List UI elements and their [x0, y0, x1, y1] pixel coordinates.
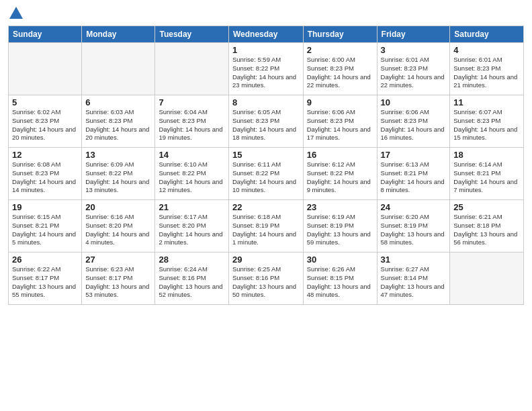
day-info-line: Sunset: 8:18 PM — [453, 222, 520, 230]
day-info-line: Sunrise: 6:06 AM — [307, 108, 373, 117]
day-info-line: Daylight: 14 hours and 13 minutes. — [85, 178, 151, 195]
day-info-line: Sunset: 8:22 PM — [232, 169, 300, 178]
calendar-cell: 17Sunrise: 6:13 AMSunset: 8:21 PMDayligh… — [377, 148, 450, 200]
day-info-line: Sunrise: 6:09 AM — [85, 161, 151, 169]
calendar-cell: 24Sunrise: 6:20 AMSunset: 8:19 PMDayligh… — [377, 200, 450, 253]
day-info-line: Sunset: 8:23 PM — [307, 117, 373, 126]
day-info-line: Sunrise: 6:07 AM — [453, 108, 520, 117]
day-info-line: Sunrise: 6:15 AM — [12, 213, 78, 222]
calendar-cell: 8Sunrise: 6:05 AMSunset: 8:23 PMDaylight… — [228, 95, 303, 148]
day-info-line: Sunrise: 6:03 AM — [85, 108, 151, 117]
day-info-line: Sunset: 8:22 PM — [232, 64, 300, 73]
calendar-cell: 4Sunrise: 6:01 AMSunset: 8:23 PMDaylight… — [450, 43, 524, 95]
calendar-header-monday: Monday — [82, 26, 155, 43]
day-info-line: Sunset: 8:17 PM — [85, 274, 151, 283]
day-info-line: Daylight: 13 hours and 50 minutes. — [232, 283, 300, 300]
calendar-cell: 15Sunrise: 6:11 AMSunset: 8:22 PMDayligh… — [228, 148, 303, 200]
day-info-line: Daylight: 14 hours and 7 minutes. — [453, 178, 520, 195]
day-info-line: Sunset: 8:23 PM — [159, 117, 224, 126]
calendar-cell: 30Sunrise: 6:26 AMSunset: 8:15 PMDayligh… — [303, 253, 377, 305]
day-info-line: Sunset: 8:19 PM — [232, 222, 300, 230]
day-info-line: Daylight: 13 hours and 56 minutes. — [453, 230, 520, 248]
day-info-line: Daylight: 14 hours and 14 minutes. — [12, 178, 78, 195]
day-info-line: Sunrise: 5:59 AM — [232, 56, 300, 64]
day-info-line: Sunset: 8:23 PM — [381, 64, 447, 73]
week-row-2: 12Sunrise: 6:08 AMSunset: 8:23 PMDayligh… — [9, 148, 524, 200]
day-info-line: Daylight: 14 hours and 22 minutes. — [307, 73, 373, 91]
day-info-line: Daylight: 14 hours and 21 minutes. — [453, 73, 520, 91]
calendar-cell: 26Sunrise: 6:22 AMSunset: 8:17 PMDayligh… — [9, 253, 82, 305]
calendar-cell: 7Sunrise: 6:04 AMSunset: 8:23 PMDaylight… — [155, 95, 228, 148]
day-info-line: Daylight: 14 hours and 15 minutes. — [453, 126, 520, 143]
day-info-line: Sunset: 8:23 PM — [307, 64, 373, 73]
day-number: 6 — [85, 97, 151, 107]
day-number: 2 — [307, 45, 373, 55]
logo — [8, 7, 23, 20]
calendar-cell: 21Sunrise: 6:17 AMSunset: 8:20 PMDayligh… — [155, 200, 228, 253]
day-info-line: Sunrise: 6:11 AM — [232, 161, 300, 169]
calendar-header-friday: Friday — [377, 26, 450, 43]
day-info-line: Sunset: 8:23 PM — [453, 64, 520, 73]
day-info-line: Sunset: 8:19 PM — [381, 222, 447, 230]
day-info-line: Sunset: 8:22 PM — [307, 169, 373, 178]
day-number: 26 — [12, 255, 78, 265]
day-info-line: Sunrise: 6:16 AM — [85, 213, 151, 222]
calendar-cell: 19Sunrise: 6:15 AMSunset: 8:21 PMDayligh… — [9, 200, 82, 253]
calendar-cell: 27Sunrise: 6:23 AMSunset: 8:17 PMDayligh… — [82, 253, 155, 305]
day-number: 17 — [381, 150, 447, 160]
day-info-line: Sunrise: 6:22 AM — [12, 265, 78, 274]
day-info-line: Daylight: 14 hours and 4 minutes. — [85, 230, 151, 248]
calendar-cell: 29Sunrise: 6:25 AMSunset: 8:16 PMDayligh… — [228, 253, 303, 305]
day-info-line: Daylight: 14 hours and 18 minutes. — [232, 126, 300, 143]
day-info-line: Sunset: 8:14 PM — [381, 274, 447, 283]
day-info-line: Sunrise: 6:25 AM — [232, 265, 300, 274]
day-number: 31 — [381, 255, 447, 265]
day-info-line: Daylight: 13 hours and 58 minutes. — [381, 230, 447, 248]
day-info-line: Sunrise: 6:06 AM — [381, 108, 447, 117]
day-info-line: Daylight: 14 hours and 23 minutes. — [232, 73, 300, 91]
day-info-line: Sunrise: 6:14 AM — [453, 161, 520, 169]
day-info-line: Daylight: 13 hours and 47 minutes. — [381, 283, 447, 300]
calendar-cell: 18Sunrise: 6:14 AMSunset: 8:21 PMDayligh… — [450, 148, 524, 200]
day-info-line: Daylight: 14 hours and 9 minutes. — [307, 178, 373, 195]
day-number: 30 — [307, 255, 373, 265]
day-number: 3 — [381, 45, 447, 55]
day-info-line: Sunrise: 6:01 AM — [381, 56, 447, 64]
day-info-line: Sunrise: 6:23 AM — [85, 265, 151, 274]
day-info-line: Daylight: 14 hours and 5 minutes. — [12, 230, 78, 248]
day-info-line: Daylight: 13 hours and 55 minutes. — [12, 283, 78, 300]
calendar-header-sunday: Sunday — [9, 26, 82, 43]
calendar-cell — [82, 43, 155, 95]
day-info-line: Sunrise: 6:19 AM — [307, 213, 373, 222]
calendar-header-thursday: Thursday — [303, 26, 377, 43]
day-info-line: Daylight: 14 hours and 22 minutes. — [381, 73, 447, 91]
calendar-header-saturday: Saturday — [450, 26, 524, 43]
day-info-line: Daylight: 14 hours and 12 minutes. — [159, 178, 224, 195]
logo-triangle-icon — [9, 7, 23, 19]
day-info-line: Daylight: 14 hours and 1 minute. — [232, 230, 300, 248]
day-number: 24 — [381, 202, 447, 212]
day-info-line: Daylight: 14 hours and 16 minutes. — [381, 126, 447, 143]
day-info-line: Sunrise: 6:27 AM — [381, 265, 447, 274]
day-info-line: Daylight: 14 hours and 20 minutes. — [85, 126, 151, 143]
day-info-line: Sunrise: 6:01 AM — [453, 56, 520, 64]
day-number: 29 — [232, 255, 300, 265]
calendar-cell — [9, 43, 82, 95]
day-info-line: Sunrise: 6:18 AM — [232, 213, 300, 222]
day-number: 11 — [453, 97, 520, 107]
calendar-cell: 28Sunrise: 6:24 AMSunset: 8:16 PMDayligh… — [155, 253, 228, 305]
day-number: 1 — [232, 45, 300, 55]
day-info-line: Sunrise: 6:17 AM — [159, 213, 224, 222]
day-info-line: Sunset: 8:23 PM — [453, 117, 520, 126]
day-number: 28 — [159, 255, 224, 265]
day-info-line: Daylight: 13 hours and 59 minutes. — [307, 230, 373, 248]
calendar-cell: 2Sunrise: 6:00 AMSunset: 8:23 PMDaylight… — [303, 43, 377, 95]
day-number: 22 — [232, 202, 300, 212]
calendar-header-tuesday: Tuesday — [155, 26, 228, 43]
week-row-4: 26Sunrise: 6:22 AMSunset: 8:17 PMDayligh… — [9, 253, 524, 305]
day-info-line: Daylight: 13 hours and 48 minutes. — [307, 283, 373, 300]
calendar-header-row: SundayMondayTuesdayWednesdayThursdayFrid… — [9, 26, 524, 43]
calendar-cell: 14Sunrise: 6:10 AMSunset: 8:22 PMDayligh… — [155, 148, 228, 200]
day-number: 4 — [453, 45, 520, 55]
day-number: 8 — [232, 97, 300, 107]
